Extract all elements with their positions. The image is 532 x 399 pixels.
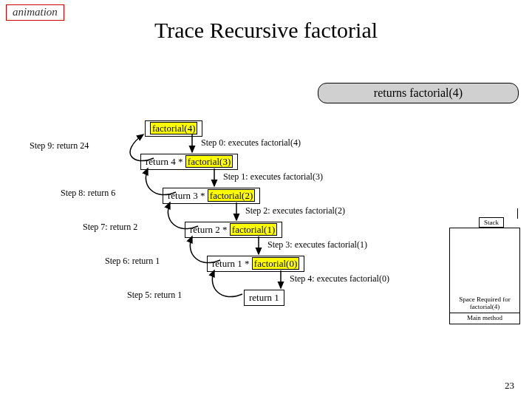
step-8-label: Step 8: return 6	[61, 188, 115, 199]
step-7-label: Step 7: return 2	[83, 222, 137, 233]
call-highlight: factorial(1)	[230, 223, 277, 236]
step-1-label: Step 1: executes factorial(3)	[223, 171, 323, 183]
stack-empty	[449, 228, 520, 295]
stack-frame-main: Main method	[449, 313, 520, 324]
step-4-label: Step 4: executes factorial(0)	[290, 273, 389, 284]
call-highlight: factorial(0)	[252, 257, 299, 270]
arrows-layer	[0, 0, 532, 399]
stack-frame-factorial-4: Space Required for factorial(4)	[449, 295, 520, 313]
call-highlight: factorial(4)	[150, 122, 197, 134]
node-factorial-2: return 3 * factorial(2)	[163, 188, 260, 204]
node-factorial-0: return 1 * factorial(0)	[207, 256, 304, 272]
return-expr: return 1	[249, 292, 279, 303]
page-title: Trace Recursive factorial	[0, 18, 532, 43]
step-5-label: Step 5: return 1	[127, 290, 182, 301]
return-expr: return 1 *	[212, 258, 252, 269]
return-expr: return 4 *	[146, 156, 185, 167]
stack-label: Stack	[479, 217, 504, 228]
slide: animation Trace Recursive factorial retu…	[0, 0, 532, 399]
step-0-label: Step 0: executes factorial(4)	[201, 137, 301, 149]
step-3-label: Step 3: executes factorial(1)	[267, 239, 367, 250]
step-2-label: Step 2: executes factorial(2)	[245, 205, 345, 216]
page-number: 23	[505, 380, 514, 392]
caption-box: returns factorial(4)	[318, 83, 519, 103]
step-6-label: Step 6: return 1	[105, 256, 160, 267]
stack-diagram: Space Required for factorial(4) Main met…	[449, 228, 520, 324]
node-factorial-1: return 2 * factorial(1)	[185, 222, 282, 238]
step-9-label: Step 9: return 24	[30, 140, 89, 151]
return-expr: return 2 *	[190, 224, 230, 235]
call-highlight: factorial(3)	[185, 155, 233, 168]
node-factorial-4: factorial(4)	[145, 120, 202, 137]
node-return-1: return 1	[244, 290, 284, 306]
stack-tick	[517, 208, 518, 219]
return-expr: return 3 *	[168, 190, 208, 201]
call-highlight: factorial(2)	[208, 189, 255, 202]
node-factorial-3: return 4 * factorial(3)	[140, 154, 238, 170]
